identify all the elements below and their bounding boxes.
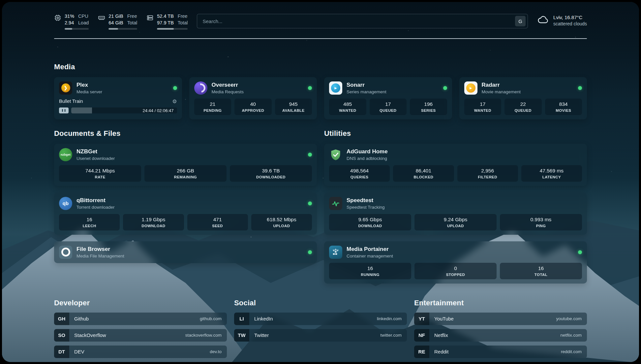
stat-movies: 834 MOVIES: [545, 99, 582, 115]
bookmark-linkedin[interactable]: LI LinkedIn linkedin.com: [234, 313, 407, 325]
bookmark-url: twitter.com: [380, 333, 402, 338]
gear-icon[interactable]: ⚙: [172, 98, 177, 105]
service-card-adguard[interactable]: AdGuard Home DNS and adblocking 498,564 …: [324, 144, 587, 186]
stat-leech: 16 LEECH: [59, 214, 120, 230]
resource-monitors: 31% CPU 2.94 Load: [54, 13, 188, 30]
utilities-column: Utilities: [324, 129, 587, 284]
bookmark-abbr: LI: [234, 313, 249, 325]
status-dot: [443, 86, 447, 90]
service-card-speedtest[interactable]: Speedtest Speedtest Tracking 9.65 Gbps D…: [324, 193, 587, 235]
cpu-widget: 31% CPU 2.94 Load: [54, 13, 89, 30]
stat-download: 1.19 Gbps DOWNLOAD: [123, 214, 184, 230]
playback-progress-bar[interactable]: 24:44 / 02:06:47: [71, 107, 177, 113]
bookmark-youtube[interactable]: YT YouTube youtube.com: [414, 313, 587, 325]
bookmark-name: Github: [74, 316, 89, 321]
bookmark-abbr: RE: [414, 346, 429, 358]
bookmark-name: YouTube: [434, 316, 454, 321]
bookmark-dev[interactable]: DT DEV dev.to: [54, 346, 227, 358]
nzbget-icon: nzbget: [59, 148, 72, 161]
memory-free-label: Free: [127, 13, 137, 19]
playback-time: 24:44 / 02:06:47: [143, 108, 174, 113]
service-name: AdGuard Home: [347, 148, 388, 155]
section-title-social: Social: [234, 299, 407, 307]
service-card-overseerr[interactable]: Overseerr Media Requests 21 PENDING 40 A…: [189, 77, 317, 119]
service-name: Speedtest: [347, 197, 385, 204]
service-card-portainer[interactable]: Media Portainer Container management 16 …: [324, 241, 587, 284]
stat-queued: 22 QUEUED: [504, 99, 542, 115]
bookmark-url: stackoverflow.com: [185, 333, 222, 338]
stat-upload: 9.24 Gbps UPLOAD: [414, 214, 497, 230]
stat-remaining: 266 GB REMAINING: [144, 165, 227, 182]
service-card-sonarr[interactable]: ▸ Sonarr Series management 485 WANTED 17: [324, 77, 452, 119]
pause-button[interactable]: ❚❚: [59, 107, 69, 113]
bookmark-name: StackOverflow: [74, 332, 106, 338]
stat-wanted: 485 WANTED: [329, 99, 366, 115]
weather-condition: scattered clouds: [553, 21, 587, 26]
section-title-developer: Developer: [54, 299, 227, 307]
section-title-media: Media: [54, 63, 587, 71]
memory-icon: [98, 14, 105, 23]
status-dot: [308, 86, 312, 90]
service-card-radarr[interactable]: ▸ Radarr Movie management 17 WANTED 22: [459, 77, 587, 119]
dashboard-screen: 31% CPU 2.94 Load: [2, 2, 639, 362]
service-card-nzbget[interactable]: nzbget NZBGet Usenet downloader 744.21 M…: [54, 144, 317, 186]
overseerr-icon: [194, 81, 207, 95]
documents-column: Documents & Files nzbget NZBGet Usenet d…: [54, 129, 317, 284]
bookmark-abbr: YT: [414, 313, 429, 325]
memory-progress-bar: [108, 28, 137, 30]
bookmark-url: reddit.com: [561, 349, 582, 354]
service-name: Plex: [76, 82, 102, 88]
service-subtitle: Torrent downloader: [76, 205, 115, 210]
stat-approved: 40 APPROVED: [234, 99, 272, 115]
status-dot: [578, 250, 582, 254]
memory-total-label: Total: [127, 20, 137, 26]
filebrowser-icon: [59, 246, 72, 259]
media-card-grid: ❯ Plex Media server Bullet Train ⚙ ❚❚: [54, 77, 587, 119]
disk-free-label: Free: [178, 13, 188, 19]
cpu-load-label: Load: [78, 20, 89, 26]
plex-icon: ❯: [59, 81, 72, 95]
service-name: NZBGet: [76, 148, 115, 155]
bookmark-twitter[interactable]: TW Twitter twitter.com: [234, 329, 407, 342]
bookmark-reddit[interactable]: RE Reddit reddit.com: [414, 346, 587, 358]
bookmark-name: Reddit: [434, 349, 448, 354]
stat-wanted: 17 WANTED: [464, 99, 502, 115]
service-subtitle: Media File Management: [76, 254, 124, 258]
service-name: File Browser: [76, 246, 124, 253]
service-subtitle: Media Requests: [212, 89, 244, 94]
search-provider-button[interactable]: G: [515, 16, 526, 26]
stat-downloaded: 39.6 TB DOWNLOADED: [230, 165, 312, 182]
service-name: Overseerr: [212, 82, 244, 88]
status-dot: [173, 86, 177, 90]
cpu-icon: [54, 14, 61, 23]
adguard-icon: [329, 148, 342, 161]
bookmark-abbr: NF: [414, 329, 429, 342]
stat-ping: 0.993 ms PING: [500, 214, 582, 230]
search-bar[interactable]: G: [197, 14, 528, 28]
section-title-documents: Documents & Files: [54, 129, 317, 138]
stat-download: 9.65 Gbps DOWNLOAD: [329, 214, 411, 230]
service-card-qbittorrent[interactable]: qb qBittorrent Torrent downloader 16: [54, 193, 317, 235]
now-playing-title: Bullet Train: [59, 99, 83, 104]
service-subtitle: DNS and adblocking: [347, 156, 388, 161]
service-card-filebrowser[interactable]: File Browser Media File Management: [54, 241, 317, 263]
bookmark-github[interactable]: GH Github github.com: [54, 313, 227, 325]
stat-available: 945 AVAILABLE: [275, 99, 312, 115]
radarr-icon: ▸: [464, 81, 477, 95]
stat-blocked: 86,401 BLOCKED: [393, 165, 454, 182]
section-title-entertainment: Entertainment: [414, 299, 587, 307]
service-card-plex[interactable]: ❯ Plex Media server Bullet Train ⚙ ❚❚: [54, 77, 182, 119]
stat-latency: 47.569 ms LATENCY: [521, 165, 582, 182]
stat-total: 16 TOTAL: [500, 263, 582, 279]
bookmark-stackoverflow[interactable]: SO StackOverflow stackoverflow.com: [54, 329, 227, 342]
search-input[interactable]: [202, 18, 515, 24]
disk-icon: [146, 14, 154, 23]
topbar-divider: [54, 38, 587, 39]
disk-free-value: 52.4 TB: [157, 13, 174, 19]
topbar: 31% CPU 2.94 Load: [54, 2, 587, 30]
bookmark-url: netflix.com: [560, 333, 582, 338]
service-subtitle: Series management: [347, 89, 386, 94]
bookmark-netflix[interactable]: NF Netflix netflix.com: [414, 329, 587, 342]
stat-queries: 498,564 QUERIES: [329, 165, 390, 182]
section-title-utilities: Utilities: [324, 129, 587, 138]
